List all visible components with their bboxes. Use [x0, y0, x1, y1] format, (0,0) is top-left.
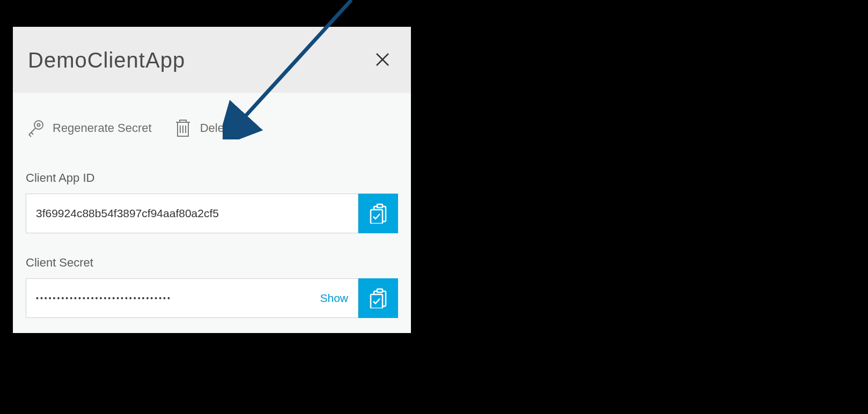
client-secret-group: Client Secret ••••••••••••••••••••••••••…	[26, 256, 398, 318]
client-secret-row: •••••••••••••••••••••••••••••••• Show	[26, 278, 398, 318]
client-app-id-label: Client App ID	[26, 171, 398, 185]
panel-body: Regenerate Secret Delete Client App	[13, 93, 411, 333]
clipboard-check-icon	[369, 202, 388, 225]
svg-rect-12	[377, 204, 382, 208]
copy-client-secret-button[interactable]	[358, 278, 398, 318]
panel-title: DemoClientApp	[28, 48, 185, 72]
client-secret-field: •••••••••••••••••••••••••••••••• Show	[26, 278, 358, 318]
regenerate-secret-label: Regenerate Secret	[53, 121, 152, 135]
client-app-id-field	[26, 194, 358, 233]
clipboard-check-icon	[369, 287, 388, 310]
client-app-panel: DemoClientApp	[13, 27, 411, 333]
client-secret-value: ••••••••••••••••••••••••••••••••	[36, 294, 172, 302]
delete-button[interactable]: Delete	[173, 119, 234, 138]
close-button[interactable]	[374, 53, 391, 69]
client-secret-label: Client Secret	[26, 256, 398, 270]
client-app-id-row	[26, 194, 398, 233]
svg-line-6	[31, 132, 33, 135]
panel-header: DemoClientApp	[13, 27, 411, 93]
svg-rect-15	[377, 289, 382, 292]
copy-client-app-id-button[interactable]	[358, 194, 398, 233]
key-icon	[26, 119, 45, 138]
svg-line-5	[29, 135, 31, 137]
svg-point-2	[34, 121, 43, 129]
action-row: Regenerate Secret Delete	[26, 119, 398, 138]
trash-icon	[173, 119, 193, 138]
close-icon	[376, 53, 389, 68]
delete-label: Delete	[200, 121, 234, 135]
client-app-id-group: Client App ID	[26, 171, 398, 233]
client-app-id-input[interactable]	[36, 207, 348, 220]
regenerate-secret-button[interactable]: Regenerate Secret	[26, 119, 152, 138]
svg-point-3	[38, 124, 40, 127]
show-secret-button[interactable]: Show	[320, 292, 348, 305]
